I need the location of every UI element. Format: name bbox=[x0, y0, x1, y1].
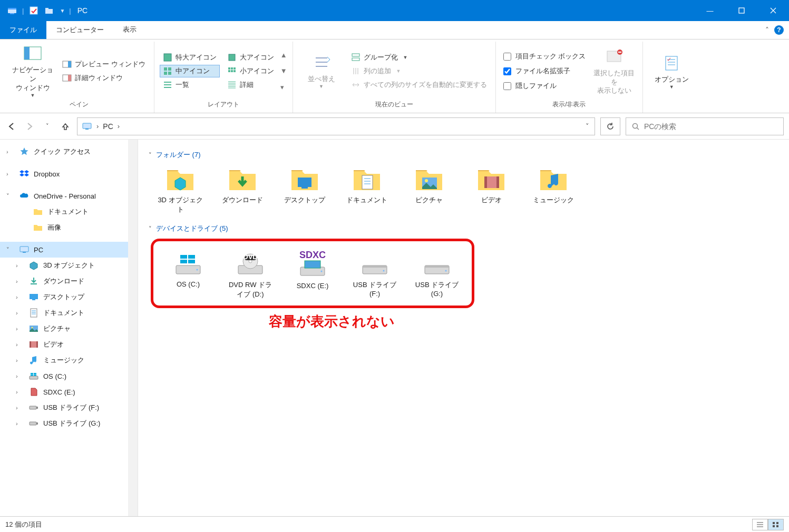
folder-downloads[interactable]: ダウンロード bbox=[218, 165, 267, 214]
refresh-button[interactable] bbox=[600, 117, 620, 135]
sidebar-item-3d[interactable]: ›3D オブジェクト bbox=[0, 258, 138, 273]
svg-rect-109 bbox=[773, 522, 775, 524]
tab-computer[interactable]: コンピューター bbox=[46, 21, 113, 39]
search-input[interactable] bbox=[644, 122, 778, 131]
folder-3d-objects[interactable]: 3D オブジェクト bbox=[156, 165, 204, 214]
svg-rect-85 bbox=[496, 176, 499, 188]
sidebar-item-pc[interactable]: ˅PC bbox=[0, 242, 138, 258]
folder-pictures[interactable]: ピクチャ bbox=[405, 165, 453, 214]
layout-scroll-up[interactable]: ▲ bbox=[280, 51, 287, 59]
view-details-button[interactable] bbox=[752, 519, 768, 530]
breadcrumb-chevron[interactable]: › bbox=[96, 122, 99, 130]
svg-rect-10 bbox=[68, 61, 71, 67]
sidebar-item-os-c[interactable]: ›OS (C:) bbox=[0, 368, 138, 384]
title-bar: | ▼ | PC — bbox=[0, 0, 789, 21]
address-bar[interactable]: › PC › ˅ bbox=[77, 117, 595, 135]
sidebar-item-video[interactable]: ›ビデオ bbox=[0, 337, 138, 352]
drive-usb-g[interactable]: USB ドライブ (G:) bbox=[413, 250, 461, 299]
help-icon[interactable]: ? bbox=[774, 25, 784, 35]
usb-drive-icon bbox=[28, 402, 39, 413]
drive-dvd-d[interactable]: DVD DVD RW ドライブ (D:) bbox=[226, 250, 275, 299]
layout-scroll-down[interactable]: ▼ bbox=[280, 67, 287, 75]
folder-desktop[interactable]: デスクトップ bbox=[280, 165, 329, 214]
sidebar-item-dropbox[interactable]: ›Dropbox bbox=[0, 166, 138, 182]
new-folder-icon[interactable] bbox=[44, 5, 55, 16]
svg-point-105 bbox=[445, 270, 447, 272]
sidebar-item-music[interactable]: ›ミュージック bbox=[0, 352, 138, 368]
layout-large[interactable]: 大アイコン bbox=[224, 51, 277, 64]
address-dropdown-icon[interactable]: ˅ bbox=[586, 122, 589, 130]
layout-small[interactable]: 小アイコン bbox=[224, 65, 277, 77]
chevron-down-icon: ˅ bbox=[149, 225, 152, 232]
history-dropdown[interactable]: ˅ bbox=[41, 120, 54, 133]
autosize-columns-button[interactable]: すべての列のサイズを自動的に変更する bbox=[348, 78, 490, 91]
properties-icon[interactable] bbox=[28, 5, 40, 16]
breadcrumb-chevron2[interactable]: › bbox=[118, 122, 120, 130]
sidebar-item-desktop[interactable]: ›デスクトップ bbox=[0, 289, 138, 305]
sidebar-scrollbar[interactable] bbox=[128, 140, 138, 516]
group-header-folders[interactable]: ˅ フォルダー (7) bbox=[149, 150, 778, 160]
add-columns-button[interactable]: 列の追加▼ bbox=[348, 65, 490, 77]
sidebar-item-sdxc[interactable]: ›SDXC (E:) bbox=[0, 384, 138, 400]
tab-file[interactable]: ファイル bbox=[0, 21, 46, 39]
navigation-pane-button[interactable]: ナビゲーション ウィンドウ ▼ bbox=[9, 47, 56, 95]
svg-rect-101 bbox=[363, 265, 387, 268]
minimize-button[interactable]: — bbox=[694, 0, 726, 21]
qat-divider: | bbox=[22, 7, 24, 15]
sidebar-item-usb-g[interactable]: ›USB ドライブ (G:) bbox=[0, 416, 138, 431]
checkbox-item-checkboxes[interactable]: 項目チェック ボックス bbox=[501, 50, 588, 63]
sidebar-item-quickaccess[interactable]: ›クイック アクセス bbox=[0, 144, 138, 160]
group-header-drives[interactable]: ˅ デバイスとドライブ (5) bbox=[149, 224, 778, 233]
layout-list[interactable]: 一覧 bbox=[160, 78, 220, 91]
preview-pane-button[interactable]: プレビュー ウィンドウ bbox=[59, 58, 149, 71]
svg-rect-54 bbox=[31, 283, 37, 284]
tab-view[interactable]: 表示 bbox=[113, 21, 146, 39]
group-by-button[interactable]: グループ化▼ bbox=[348, 51, 490, 64]
ribbon-collapse-icon[interactable]: ˄ bbox=[765, 26, 769, 34]
svg-rect-89 bbox=[188, 255, 195, 259]
sidebar-item-onedrive[interactable]: ˅OneDrive - Personal bbox=[0, 188, 138, 204]
window-title: PC bbox=[77, 6, 87, 15]
folder-video[interactable]: ビデオ bbox=[467, 165, 515, 214]
details-pane-button[interactable]: 詳細ウィンドウ bbox=[59, 72, 149, 84]
folder-documents[interactable]: ドキュメント bbox=[343, 165, 391, 214]
back-button[interactable] bbox=[5, 120, 18, 133]
sidebar-item-od-pics[interactable]: 画像 bbox=[0, 220, 138, 235]
sort-button[interactable]: 並べ替え ▼ bbox=[298, 47, 345, 95]
svg-rect-77 bbox=[362, 175, 373, 189]
sidebar-item-downloads[interactable]: ›ダウンロード bbox=[0, 273, 138, 289]
options-button[interactable]: オプション ▼ bbox=[648, 48, 695, 96]
sidebar-item-documents[interactable]: ›ドキュメント bbox=[0, 305, 138, 321]
close-button[interactable] bbox=[757, 0, 789, 21]
checkbox-file-extensions[interactable]: ファイル名拡張子 bbox=[501, 64, 588, 78]
svg-rect-2 bbox=[10, 13, 14, 14]
up-button[interactable] bbox=[59, 120, 72, 133]
svg-rect-88 bbox=[180, 255, 187, 259]
drive-sdxc-e[interactable]: SDXC SDXC (E:) bbox=[288, 250, 337, 299]
drive-usb-f[interactable]: USB ドライブ (F:) bbox=[350, 250, 399, 299]
sidebar-item-od-docs[interactable]: ドキュメント bbox=[0, 204, 138, 220]
svg-rect-18 bbox=[168, 72, 171, 75]
breadcrumb-pc[interactable]: PC bbox=[103, 122, 113, 131]
forward-button[interactable] bbox=[23, 120, 36, 133]
sidebar-item-pictures[interactable]: ›ピクチャ bbox=[0, 321, 138, 337]
drive-os-c[interactable]: OS (C:) bbox=[164, 250, 212, 299]
windows-drive-icon bbox=[28, 371, 39, 381]
maximize-button[interactable] bbox=[726, 0, 757, 21]
pc-icon bbox=[19, 244, 30, 255]
sidebar-item-usb-f[interactable]: ›USB ドライブ (F:) bbox=[0, 400, 138, 416]
qat-dropdown-icon[interactable]: ▼ bbox=[60, 8, 65, 14]
desktop-icon bbox=[28, 292, 39, 302]
checkbox-hidden-files[interactable]: 隠しファイル bbox=[501, 79, 588, 93]
layout-details[interactable]: 詳細 bbox=[224, 78, 277, 91]
svg-rect-52 bbox=[20, 247, 28, 252]
svg-rect-36 bbox=[352, 54, 359, 56]
layout-extra-large[interactable]: 特大アイコン bbox=[160, 51, 220, 64]
layout-medium[interactable]: 中アイコン bbox=[160, 65, 220, 77]
search-box[interactable] bbox=[626, 117, 784, 135]
layout-more[interactable]: ▾ bbox=[280, 83, 287, 91]
view-icons-button[interactable] bbox=[768, 519, 784, 530]
hide-selected-button[interactable]: 選択した項目を 表示しない bbox=[591, 47, 637, 95]
folder-music[interactable]: ミュージック bbox=[529, 165, 578, 214]
svg-rect-64 bbox=[30, 341, 31, 348]
